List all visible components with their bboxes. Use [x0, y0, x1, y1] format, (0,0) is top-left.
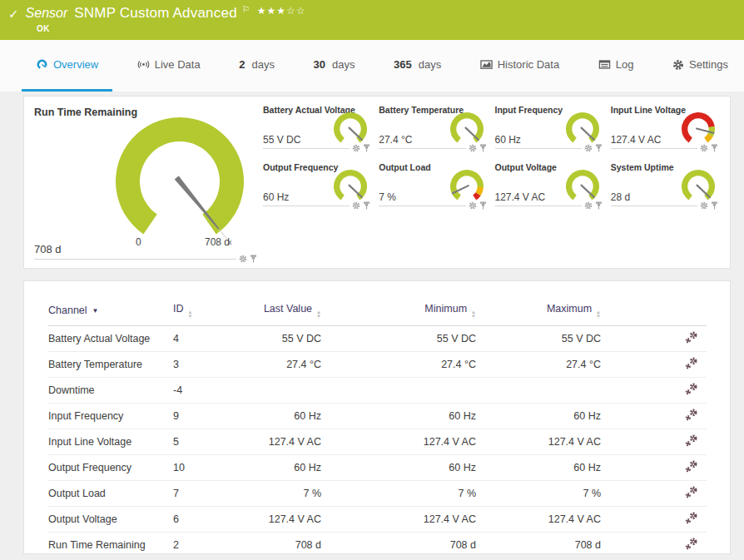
channel-id-cell: -4 [173, 378, 256, 404]
pin-icon[interactable] [363, 144, 370, 152]
sort-icon: ▲▼ [188, 310, 193, 318]
pin-icon[interactable] [711, 144, 718, 152]
gear-icon[interactable] [700, 144, 708, 152]
last-value-cell: 7 % [256, 481, 321, 507]
channel-name-cell[interactable]: Run Time Remaining [48, 533, 173, 558]
channel-name-cell[interactable]: Downtime [48, 378, 173, 404]
pin-icon[interactable] [595, 201, 603, 210]
channel-name-cell[interactable]: Battery Temperature [48, 352, 173, 378]
gear-icon[interactable] [584, 201, 593, 210]
channel-row-input-line-voltage: Input Line Voltage5127.4 V AC127.4 V AC1… [48, 429, 707, 455]
column-label: Channel [48, 305, 87, 316]
pin-icon[interactable] [479, 201, 487, 210]
gear-icon[interactable] [469, 201, 477, 210]
minimum-cell: 7 % [321, 481, 476, 507]
last-value-cell: 60 Hz [256, 404, 321, 429]
gauge [331, 168, 370, 206]
gear-icon[interactable] [584, 144, 593, 152]
flag-icon[interactable]: ⚐ [242, 4, 250, 15]
column-label: Minimum [424, 303, 467, 315]
gear-icon[interactable] [352, 144, 360, 152]
sort-icon: ▲▼ [596, 310, 601, 318]
minimum-cell: 27.4 °C [321, 352, 476, 378]
channel-settings-icon[interactable] [685, 460, 707, 473]
page-title: SNMP Custom Advanced [74, 5, 237, 22]
gauge-value: 60 Hz [495, 134, 521, 146]
run-time-remaining-gauge: x [109, 115, 250, 248]
channel-settings-icon[interactable] [685, 331, 707, 344]
pin-icon[interactable] [595, 144, 603, 152]
tab-2-days[interactable]: 2days [225, 40, 289, 92]
maximum-cell: 60 Hz [476, 455, 601, 481]
gauge [563, 111, 602, 148]
channel-name-cell[interactable]: Output Load [48, 481, 173, 507]
pin-icon[interactable] [363, 201, 370, 210]
last-value-cell: 127.4 V AC [256, 429, 321, 455]
column-header-maximum[interactable]: Maximum▲▼ [476, 296, 601, 326]
gauge-value: 127.4 V AC [495, 191, 546, 203]
channel-id-cell: 5 [173, 429, 256, 455]
tab-label: days [251, 58, 274, 71]
tab-log[interactable]: Log [584, 40, 648, 92]
channel-id-cell: 7 [173, 481, 256, 507]
gauge-value: 60 Hz [263, 191, 289, 203]
tab-30-days[interactable]: 30days [300, 40, 370, 92]
channel-id-cell: 2 [173, 533, 256, 558]
gauge-value: 28 d [611, 191, 630, 203]
channel-settings-icon[interactable] [685, 409, 707, 421]
priority-stars[interactable]: ★★★☆☆ [257, 5, 306, 17]
pin-icon[interactable] [479, 144, 487, 152]
channel-settings-icon[interactable] [685, 512, 707, 524]
maximum-cell: 27.4 °C [476, 352, 601, 378]
gauge-tile-input-frequency: Input Frequency60 Hz [495, 104, 603, 149]
channel-settings-icon[interactable] [685, 538, 707, 550]
gear-icon[interactable] [239, 255, 247, 263]
channel-name-cell[interactable]: Output Voltage [48, 507, 173, 533]
gauge-tile-output-voltage: Output Voltage127.4 V AC [495, 161, 603, 206]
column-label: Maximum [547, 303, 592, 315]
channel-settings-icon[interactable] [685, 383, 707, 395]
gear-icon[interactable] [469, 144, 477, 152]
gauge-tile-output-load: Output Load7 % [379, 161, 486, 206]
gauge [679, 111, 717, 148]
tab-number: 2 [239, 58, 245, 71]
channel-name-cell[interactable]: Battery Actual Voltage [48, 326, 173, 352]
gear-icon[interactable] [700, 201, 708, 210]
maximum-cell: 55 V DC [476, 326, 601, 352]
minimum-cell: 60 Hz [321, 404, 476, 429]
tab-live-data[interactable]: Live Data [123, 40, 215, 92]
channel-name-cell[interactable]: Input Frequency [48, 404, 173, 429]
gauge-title: System Uptime [611, 162, 674, 172]
channel-name-cell[interactable]: Input Line Voltage [48, 429, 173, 455]
gauge [448, 111, 486, 148]
channel-settings-icon[interactable] [685, 486, 707, 498]
pin-icon[interactable] [250, 255, 257, 263]
gauge-tile-grid: Battery Actual Voltage55 V DCBattery Tem… [263, 104, 718, 206]
tab-365-days[interactable]: 365days [379, 40, 455, 92]
tab-settings[interactable]: Settings [658, 40, 742, 92]
channel-settings-icon[interactable] [685, 434, 707, 447]
tab-overview[interactable]: Overview [22, 40, 112, 92]
tab-historic-data[interactable]: Historic Data [466, 40, 573, 92]
channel-id-cell: 6 [173, 507, 256, 533]
column-header-minimum[interactable]: Minimum▲▼ [321, 296, 476, 326]
channel-settings-icon[interactable] [685, 357, 707, 369]
gauge-title: Output Load [379, 162, 430, 172]
column-header-last-value[interactable]: Last Value▲▼ [256, 296, 321, 326]
channel-name-cell[interactable]: Output Frequency [48, 455, 173, 481]
column-header-channel[interactable]: Channel▼ [48, 296, 173, 326]
column-header-id[interactable]: ID▲▼ [173, 296, 256, 326]
table-header-row: Channel▼ID▲▼Last Value▲▼Minimum▲▼Maximum… [48, 296, 707, 326]
column-header-settings [601, 296, 707, 326]
status-ok-check-icon: ✓ [8, 7, 19, 20]
minimum-cell: 55 V DC [321, 326, 476, 352]
gauge-tile-system-uptime: System Uptime28 d [611, 161, 718, 206]
gear-icon[interactable] [352, 201, 360, 210]
tab-label: days [332, 58, 355, 71]
sensor-header: ✓ Sensor SNMP Custom Advanced ⚐ ★★★☆☆ OK [0, 0, 744, 40]
pin-icon[interactable] [711, 201, 718, 210]
channel-id-cell: 4 [173, 326, 256, 352]
last-value-cell [256, 378, 321, 404]
gauge [448, 168, 486, 206]
minimum-cell: 127.4 V AC [321, 429, 476, 455]
